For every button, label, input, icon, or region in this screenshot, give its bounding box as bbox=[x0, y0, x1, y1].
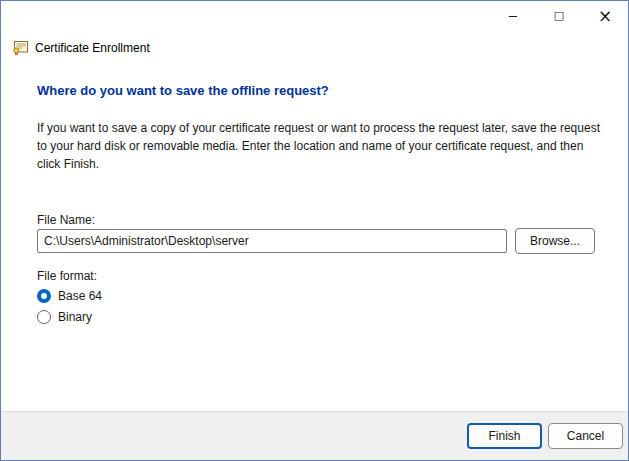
minimize-button[interactable]: ─ bbox=[490, 1, 536, 31]
caption-buttons: ─ □ × bbox=[490, 1, 628, 31]
wizard-header: Certificate Enrollment bbox=[1, 31, 628, 65]
minimize-icon: ─ bbox=[509, 10, 517, 23]
wizard-content: Where do you want to save the offline re… bbox=[1, 65, 628, 411]
page-title: Where do you want to save the offline re… bbox=[37, 83, 329, 98]
file-name-input[interactable] bbox=[37, 229, 507, 253]
radio-binary-label: Binary bbox=[58, 310, 92, 324]
titlebar: ─ □ × bbox=[1, 1, 628, 31]
radio-binary-control[interactable] bbox=[37, 310, 51, 324]
close-button[interactable]: × bbox=[582, 1, 628, 31]
radio-option-binary[interactable]: Binary bbox=[37, 310, 92, 324]
page-description: If you want to save a copy of your certi… bbox=[37, 119, 603, 173]
certificate-icon bbox=[11, 40, 29, 56]
close-icon: × bbox=[598, 8, 612, 25]
radio-base64-control[interactable] bbox=[37, 289, 51, 303]
file-name-label: File Name: bbox=[37, 213, 95, 227]
maximize-button[interactable]: □ bbox=[536, 1, 582, 31]
finish-button[interactable]: Finish bbox=[467, 423, 542, 449]
certificate-enrollment-window: ─ □ × Certificate Enrollment Where do bbox=[0, 0, 629, 461]
file-format-label: File format: bbox=[37, 269, 97, 283]
app-title: Certificate Enrollment bbox=[35, 41, 150, 55]
browse-button[interactable]: Browse... bbox=[515, 228, 595, 254]
maximize-icon: □ bbox=[554, 10, 564, 21]
radio-base64-label: Base 64 bbox=[58, 289, 102, 303]
cancel-button[interactable]: Cancel bbox=[548, 423, 623, 449]
radio-option-base64[interactable]: Base 64 bbox=[37, 289, 102, 303]
wizard-footer: Finish Cancel bbox=[1, 411, 628, 460]
